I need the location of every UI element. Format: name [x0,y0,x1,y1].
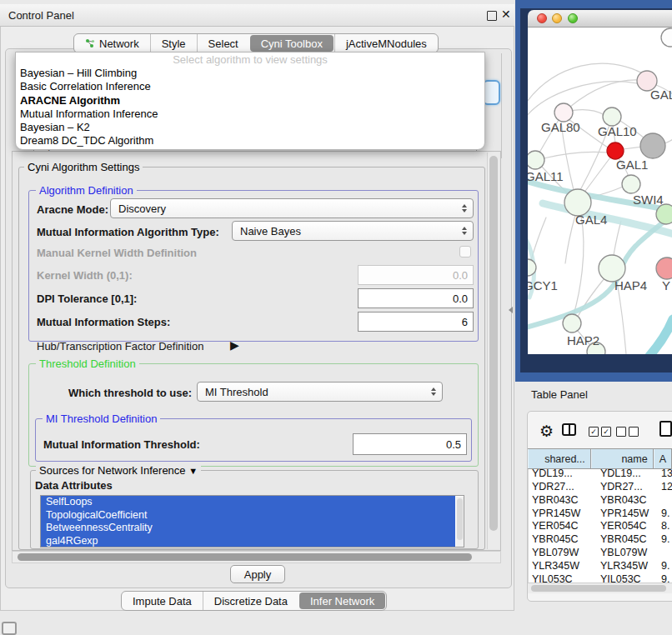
collapsed-arrow-icon[interactable]: ▶ [230,338,239,352]
node-GAL1[interactable] [607,142,624,159]
node-gray[interactable] [640,133,665,158]
node-GAL80[interactable] [554,103,573,122]
tab-label: Cyni Toolbox [261,38,323,50]
tab-network[interactable]: Network [74,34,150,52]
table-panel-title: Table Panel [531,388,588,401]
close-icon[interactable]: ✕ [501,8,511,21]
network-canvas[interactable]: GAL GAL80 GAL10 GAL1 GAL11 SWI4 GAL4 GCY… [528,28,672,354]
table-row[interactable]: YBR045CYBR045C9. [529,533,672,547]
new-document-icon[interactable] [659,421,672,437]
unchecked-box-icon [629,427,639,437]
field-value: 6 [462,316,468,328]
checked-box-icon: ✓ [601,427,611,437]
table-cell [656,494,672,508]
select-columns-icon[interactable]: ✓ ✓ [589,427,611,437]
float-window-icon[interactable] [487,11,497,21]
apply-button[interactable]: Apply [230,565,285,583]
table-cell: 9. [656,573,672,582]
tab-infer-network[interactable]: Infer Network [299,592,385,609]
horizontal-scrollbar[interactable] [12,551,501,563]
table-horizontal-scrollbar-thumb[interactable] [531,585,666,592]
table-horizontal-scrollbar[interactable] [528,582,672,593]
table-cell: YDR27... [593,481,656,494]
vertical-scrollbar-thumb[interactable] [489,156,498,531]
dpi-tolerance-field[interactable]: 0.0 [358,288,474,308]
node-green[interactable] [656,204,672,224]
table-row[interactable]: YBL079WYBL079W [529,547,672,560]
dropdown-placeholder: Select algorithm to view settings [16,52,484,67]
mi-algorithm-type-combo[interactable]: Naive Bayes [232,221,474,241]
tab-impute-data[interactable]: Impute Data [122,592,203,610]
tab-cyni-toolbox[interactable]: Cyni Toolbox [250,35,333,52]
tab-label: Infer Network [310,595,374,608]
data-attributes-label: Data Attributes [35,479,113,492]
node-salmon[interactable] [656,258,672,279]
data-attribute-item[interactable]: TopologicalCoefficient [41,509,455,522]
data-attribute-item[interactable]: BetweennessCentrality [41,522,455,535]
aracne-mode-label: Aracne Mode: [37,203,108,216]
mi-threshold-field[interactable]: 0.5 [353,433,467,455]
traffic-light-close-icon[interactable] [537,13,547,23]
node[interactable] [661,28,672,47]
group-title: Algorithm Definition [36,184,137,197]
manual-kernel-checkbox[interactable] [459,246,471,258]
network-window-titlebar[interactable] [528,10,672,28]
table-row[interactable]: YIL053CYIL053C9. [529,573,672,582]
kernel-width-field[interactable]: 0.0 [358,265,474,285]
splitpane-collapse-icon[interactable] [509,307,513,313]
node-label: Y [662,278,670,292]
column-header-cut[interactable]: A [654,449,672,468]
gear-icon[interactable]: ⚙ [539,422,554,441]
horizontal-scrollbar-thumb[interactable] [18,553,472,561]
hub-tf-definition-toggle[interactable]: Hub/Transcription Factor Definition [37,340,203,352]
traffic-light-minimize-icon[interactable] [552,13,562,23]
algorithm-option[interactable]: Mutual Information Inference [16,108,484,121]
mi-steps-field[interactable]: 6 [358,312,474,332]
node-HAP2[interactable] [563,314,581,332]
data-attributes-list[interactable]: SelfLoopsTopologicalCoefficientBetweenne… [40,495,464,548]
algorithm-option[interactable]: Bayesian – Hill Climbing [16,67,484,80]
panel-title: Control Panel [8,9,74,22]
table-cell: YER054C [593,520,656,533]
data-attribute-item[interactable]: SelfLoops [41,496,455,509]
table-row[interactable]: YDL19...YDL19...13 [529,468,672,481]
node-GAL11[interactable] [528,151,544,169]
tab-select[interactable]: Select [197,34,249,52]
tab-jactivemnodules[interactable]: jActiveMNodules [334,34,438,52]
table-cell: YLR345W [529,560,593,573]
table-row[interactable]: YLR345WYLR345W9. [529,560,672,573]
which-threshold-combo[interactable]: MI Threshold [197,382,443,402]
algorithm-option[interactable]: Bayesian – K2 [16,121,484,134]
aracne-mode-combo[interactable]: Discovery [110,198,474,218]
tab-style[interactable]: Style [150,34,197,52]
column-header-name[interactable]: name [591,449,654,468]
node-SWI4[interactable] [622,175,640,193]
algorithm-option[interactable]: Dream8 DC_TDC Algorithm [16,134,484,148]
node-GAL10[interactable] [603,108,621,126]
column-header-shared[interactable]: shared... [528,449,591,468]
list-scrollbar[interactable] [456,497,464,548]
algorithm-option[interactable]: ARACNE Algorithm [16,94,484,108]
data-attribute-item[interactable]: gal4RGexp [41,535,455,548]
table-row[interactable]: YBR043CYBR043C [529,494,672,508]
unchecked-box-icon [616,427,626,437]
deselect-columns-icon[interactable] [616,427,639,437]
split-view-icon[interactable] [562,423,576,436]
network-node-labels: GAL GAL80 GAL10 GAL1 GAL11 SWI4 GAL4 GCY… [528,88,672,348]
tab-label: jActiveMNodules [346,38,427,50]
field-value: 0.5 [446,438,461,451]
algorithm-option[interactable]: Basic Correlation Inference [16,80,484,93]
tab-discretize-data[interactable]: Discretize Data [203,592,298,610]
corner-mini-button[interactable] [2,622,17,635]
list-scrollbar-thumb[interactable] [457,498,463,540]
traffic-light-zoom-icon[interactable] [568,13,578,23]
vertical-scrollbar[interactable] [487,152,499,549]
table-row[interactable]: YER054CYER054C8. [529,520,672,533]
expanded-arrow-icon[interactable]: ▼ [188,466,198,476]
table-row[interactable]: YDR27...YDR27...12 [529,481,672,494]
table-cell: YPR145W [529,508,593,521]
background-combo-focused-stub[interactable] [483,80,500,105]
table-row[interactable]: YPR145WYPR145W9. [529,508,672,521]
table-cell: YBL079W [529,547,593,560]
mi-threshold-label: Mutual Information Threshold: [43,438,200,451]
